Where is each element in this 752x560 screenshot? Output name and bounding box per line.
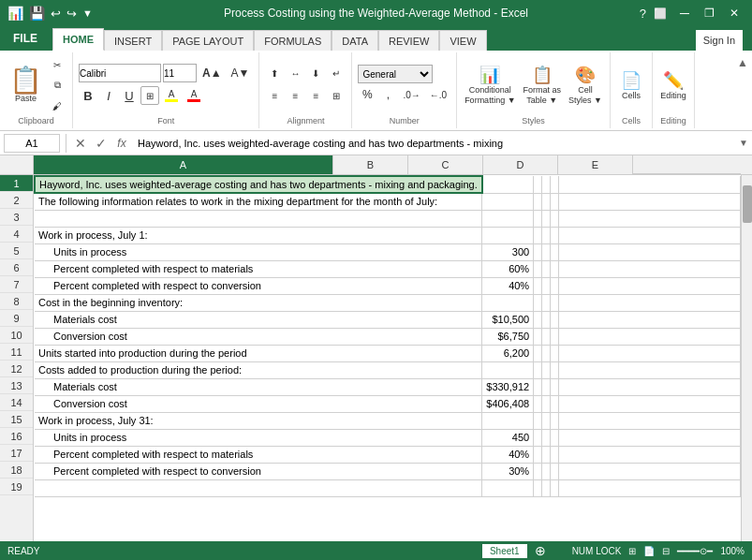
sheet-tab-sheet1[interactable]: Sheet1: [482, 544, 527, 558]
row-header-9[interactable]: 9: [0, 310, 33, 327]
cell-d10[interactable]: [542, 328, 551, 345]
tab-review[interactable]: REVIEW: [378, 30, 439, 51]
cell-f5[interactable]: [559, 243, 741, 260]
underline-button[interactable]: U: [120, 86, 139, 105]
cell-e2[interactable]: [551, 193, 559, 210]
cell-c9[interactable]: [534, 311, 542, 328]
cell-f12[interactable]: [559, 361, 741, 378]
cell-e9[interactable]: [551, 311, 559, 328]
cell-e12[interactable]: [551, 361, 559, 378]
formula-input[interactable]: [134, 134, 735, 153]
cell-c1[interactable]: [534, 176, 542, 193]
cell-f17[interactable]: [559, 446, 741, 463]
cell-a12[interactable]: Costs added to production during the per…: [35, 361, 482, 378]
cell-f14[interactable]: [559, 395, 741, 412]
cell-f18[interactable]: [559, 463, 741, 479]
row-header-7[interactable]: 7: [0, 276, 33, 293]
row-header-8[interactable]: 8: [0, 293, 33, 310]
restore-button[interactable]: ❐: [699, 7, 720, 20]
cell-b8[interactable]: [482, 294, 534, 311]
cell-f15[interactable]: [559, 412, 741, 429]
cell-e16[interactable]: [551, 429, 559, 446]
cell-b6[interactable]: 60%: [482, 260, 534, 277]
cell-e19[interactable]: [551, 479, 559, 496]
tab-formulas[interactable]: FORMULAS: [254, 30, 332, 51]
cell-f8[interactable]: [559, 294, 741, 311]
help-button[interactable]: ?: [640, 7, 646, 21]
cell-c19[interactable]: [534, 479, 542, 496]
decrease-decimal-button[interactable]: ←.0: [426, 85, 450, 104]
cell-e11[interactable]: [551, 345, 559, 361]
quick-access-more[interactable]: ▼: [82, 7, 93, 19]
cell-a17[interactable]: Percent completed with respect to materi…: [35, 446, 482, 463]
ribbon-toggle[interactable]: ⬜: [654, 7, 667, 20]
align-left-button[interactable]: ≡: [265, 86, 284, 105]
cell-d15[interactable]: [542, 412, 551, 429]
tab-home[interactable]: HOME: [52, 28, 104, 51]
col-header-a[interactable]: A: [34, 155, 333, 174]
cell-c5[interactable]: [534, 243, 542, 260]
cell-a9[interactable]: Materials cost: [35, 311, 482, 328]
font-color-button[interactable]: A: [184, 86, 204, 105]
cell-d14[interactable]: [542, 395, 551, 412]
cell-c7[interactable]: [534, 277, 542, 294]
confirm-formula-button[interactable]: ✓: [93, 136, 110, 151]
cell-f19[interactable]: [559, 479, 741, 496]
vertical-scrollbar[interactable]: [741, 175, 752, 541]
cell-e6[interactable]: [551, 260, 559, 277]
cell-c11[interactable]: [534, 345, 542, 361]
copy-button[interactable]: ⧉: [48, 76, 66, 95]
cell-c10[interactable]: [534, 328, 542, 345]
cell-b2[interactable]: [482, 193, 534, 210]
row-header-6[interactable]: 6: [0, 259, 33, 276]
cell-a4[interactable]: Work in process, July 1:: [35, 227, 482, 243]
row-header-12[interactable]: 12: [0, 361, 33, 377]
cell-e5[interactable]: [551, 243, 559, 260]
cell-a1[interactable]: Hayword, Inc. uses weighted-average cost…: [35, 176, 482, 193]
row-header-4[interactable]: 4: [0, 226, 33, 243]
redo-icon[interactable]: ↪: [66, 7, 77, 21]
row-header-14[interactable]: 14: [0, 394, 33, 411]
cell-b11[interactable]: 6,200: [482, 345, 534, 361]
cell-e10[interactable]: [551, 328, 559, 345]
cell-c3[interactable]: [534, 210, 542, 227]
row-header-18[interactable]: 18: [0, 462, 33, 479]
cell-d2[interactable]: [542, 193, 551, 210]
cell-a15[interactable]: Work in process, July 31:: [35, 412, 482, 429]
cell-d9[interactable]: [542, 311, 551, 328]
cell-d16[interactable]: [542, 429, 551, 446]
col-header-c[interactable]: C: [408, 155, 483, 174]
save-icon[interactable]: 💾: [29, 6, 45, 21]
bold-button[interactable]: B: [79, 86, 97, 105]
cell-b3[interactable]: [482, 210, 534, 227]
cell-b14[interactable]: $406,408: [482, 395, 534, 412]
cell-d8[interactable]: [542, 294, 551, 311]
close-button[interactable]: ✕: [724, 7, 745, 20]
cell-c6[interactable]: [534, 260, 542, 277]
cell-b17[interactable]: 40%: [482, 446, 534, 463]
sign-in-button[interactable]: Sign In: [696, 30, 743, 51]
cell-b10[interactable]: $6,750: [482, 328, 534, 345]
cell-f10[interactable]: [559, 328, 741, 345]
formula-expand-button[interactable]: ▼: [739, 138, 748, 148]
fill-color-button[interactable]: A: [161, 86, 182, 105]
cell-a2[interactable]: The following information relates to wor…: [35, 193, 482, 210]
decrease-font-button[interactable]: A▼: [228, 64, 254, 82]
cell-a5[interactable]: Units in process: [35, 243, 482, 260]
cell-a16[interactable]: Units in process: [35, 429, 482, 446]
cell-styles-button[interactable]: 🎨 CellStyles ▼: [567, 59, 604, 111]
cell-d7[interactable]: [542, 277, 551, 294]
cell-b16[interactable]: 450: [482, 429, 534, 446]
percent-style-button[interactable]: %: [358, 85, 376, 104]
cell-c4[interactable]: [534, 227, 542, 243]
cell-d19[interactable]: [542, 479, 551, 496]
cell-e14[interactable]: [551, 395, 559, 412]
ribbon-collapse[interactable]: ▲: [737, 52, 752, 128]
cell-b5[interactable]: 300: [482, 243, 534, 260]
wrap-text-button[interactable]: ↵: [327, 64, 346, 82]
cell-a8[interactable]: Cost in the beginning inventory:: [35, 294, 482, 311]
cell-e7[interactable]: [551, 277, 559, 294]
cell-f11[interactable]: [559, 345, 741, 361]
comma-style-button[interactable]: ,: [378, 85, 397, 104]
tab-data[interactable]: DATA: [332, 30, 378, 51]
